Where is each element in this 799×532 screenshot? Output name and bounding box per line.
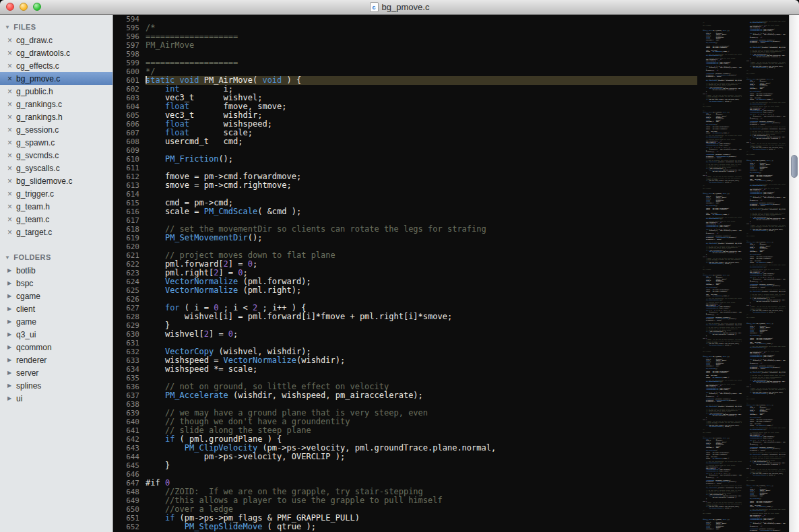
line-content — [146, 470, 697, 479]
code-line[interactable]: 616 scale = PM_CmdScale( &cmd ); — [113, 207, 697, 216]
sidebar-file-item[interactable]: ×g_rankings.c — [0, 98, 113, 110]
line-number: 619 — [113, 234, 146, 242]
sidebar-folder-item[interactable]: ▶ui — [0, 392, 113, 405]
line-number: 603 — [113, 94, 146, 102]
close-file-icon[interactable]: × — [7, 36, 16, 44]
code-line[interactable]: 597PM_AirMove — [113, 41, 697, 50]
code-line[interactable]: 646 — [113, 470, 697, 479]
titlebar[interactable]: c bg_pmove.c — [0, 0, 799, 15]
line-content: smove = pm->cmd.rightmove; — [703, 46, 728, 48]
sidebar-file-item[interactable]: ×g_target.c — [0, 226, 113, 238]
sidebar-file-item[interactable]: ×cg_effects.c — [0, 59, 113, 72]
close-file-icon[interactable]: × — [7, 215, 16, 224]
line-content: usercmd_t cmd; — [746, 332, 763, 333]
sidebar-file-item[interactable]: ×cg_draw.c — [0, 34, 113, 46]
sidebar-file-item[interactable]: ×g_public.h — [0, 85, 113, 98]
sidebar-folder-item[interactable]: ▶client — [0, 302, 113, 315]
sidebar-file-item[interactable]: ×g_session.c — [0, 123, 113, 136]
close-file-icon[interactable]: × — [7, 152, 16, 160]
line-number: 630 — [113, 330, 146, 339]
code-line[interactable]: 630 wishvel[2] = 0; — [113, 330, 697, 339]
folder-disclosure-icon[interactable]: ▶ — [7, 293, 16, 299]
code-line[interactable]: 652 PM_StepSlideMove ( qtrue ); — [113, 523, 697, 531]
sidebar-folder-item[interactable]: ▶renderer — [0, 354, 113, 366]
folder-disclosure-icon[interactable]: ▶ — [7, 306, 16, 312]
file-name: g_target.c — [16, 228, 52, 237]
line-content: wishspeed *= scale; — [703, 238, 722, 240]
sidebar-folder-item[interactable]: ▶bspc — [0, 277, 113, 290]
vertical-scrollbar[interactable] — [789, 15, 799, 532]
line-content: wishvel[i] = pml.forward[i]*fmove + pml.… — [746, 278, 786, 279]
sidebar-folder-item[interactable]: ▶server — [0, 366, 113, 379]
folders-section-header[interactable]: ▼ FOLDERS — [0, 251, 113, 264]
zoom-window-button[interactable] — [33, 3, 41, 11]
sidebar-file-item[interactable]: ×g_svcmds.c — [0, 149, 113, 162]
sidebar: ▼ FILES ×cg_draw.c×cg_drawtools.c×cg_eff… — [0, 15, 113, 532]
sidebar-file-item[interactable]: ×g_syscalls.c — [0, 162, 113, 174]
code-line[interactable]: 608 usercmd_t cmd; — [113, 137, 697, 146]
close-file-icon[interactable]: × — [7, 177, 16, 185]
code-line[interactable]: 644 pm->ps->velocity, OVERCLIP ); — [113, 453, 697, 461]
close-file-icon[interactable]: × — [7, 88, 16, 96]
sidebar-file-item[interactable]: ×cg_drawtools.c — [0, 46, 113, 59]
folder-disclosure-icon[interactable]: ▶ — [7, 357, 16, 363]
close-file-icon[interactable]: × — [7, 190, 16, 198]
code-line[interactable]: 613 smove = pm->cmd.rightmove; — [113, 181, 697, 190]
code-line[interactable]: 619 PM_SetMovementDir(); — [113, 234, 697, 242]
line-number: 627 — [113, 304, 146, 312]
folder-disclosure-icon[interactable]: ▶ — [7, 319, 16, 325]
close-file-icon[interactable]: × — [7, 228, 16, 236]
code-line[interactable]: 625 VectorNormalize (pml.right); — [113, 286, 697, 295]
line-content: PM_StepSlideMove ( qtrue ); — [703, 263, 732, 265]
folder-disclosure-icon[interactable]: ▶ — [7, 370, 16, 376]
minimap[interactable]: /*===================PM_AirMove=========… — [697, 15, 789, 532]
close-file-icon[interactable]: × — [7, 164, 16, 172]
close-file-icon[interactable]: × — [7, 100, 16, 108]
close-file-icon[interactable]: × — [7, 75, 16, 83]
close-file-icon[interactable]: × — [7, 139, 16, 147]
close-file-icon[interactable]: × — [7, 126, 16, 134]
sidebar-file-item[interactable]: ×g_rankings.h — [0, 110, 113, 123]
file-name: g_public.h — [16, 87, 53, 96]
code-line[interactable]: 634 wishspeed *= scale; — [113, 365, 697, 374]
sidebar-folder-item[interactable]: ▶game — [0, 315, 113, 328]
folder-disclosure-icon[interactable]: ▶ — [7, 395, 16, 401]
code-line[interactable]: 594 — [113, 15, 697, 24]
scrollbar-thumb[interactable] — [791, 155, 798, 178]
sidebar-file-item[interactable]: ×g_spawn.c — [0, 136, 113, 149]
code-area[interactable]: 594595/*596===================597PM_AirM… — [113, 15, 697, 532]
line-content: PM_StepSlideMove ( qtrue ); — [703, 426, 732, 427]
sidebar-folder-item[interactable]: ▶qcommon — [0, 341, 113, 354]
sidebar-folder-item[interactable]: ▶splines — [0, 379, 113, 392]
code-line[interactable]: 628 wishvel[i] = pml.forward[i]*fmove + … — [113, 312, 697, 321]
sidebar-file-item[interactable]: ×bg_slidemove.c — [0, 174, 113, 187]
close-file-icon[interactable]: × — [7, 203, 16, 211]
folder-disclosure-icon[interactable]: ▶ — [7, 280, 16, 286]
sidebar-folder-item[interactable]: ▶botlib — [0, 264, 113, 277]
sidebar-file-item[interactable]: ×g_team.c — [0, 213, 113, 226]
code-line[interactable]: 645 } — [113, 461, 697, 470]
sidebar-file-item[interactable]: ×g_trigger.c — [0, 187, 113, 200]
minimap-line: PM_Accelerate (wishdir, wishspeed, pm_ai… — [703, 324, 742, 325]
code-line[interactable]: 596=================== — [113, 32, 697, 41]
minimize-window-button[interactable] — [20, 3, 28, 11]
sidebar-file-item[interactable]: ×bg_pmove.c — [0, 72, 113, 85]
close-file-icon[interactable]: × — [7, 62, 16, 70]
folder-disclosure-icon[interactable]: ▶ — [7, 344, 16, 350]
sidebar-file-item[interactable]: ×g_team.h — [0, 200, 113, 213]
code-line[interactable]: 637 PM_Accelerate (wishdir, wishspeed, p… — [113, 391, 697, 400]
code-line[interactable]: 599=================== — [113, 59, 697, 67]
code-line[interactable]: 610 PM_Friction(); — [113, 155, 697, 164]
line-content: PM_Friction(); — [746, 90, 761, 92]
sidebar-folder-item[interactable]: ▶cgame — [0, 290, 113, 302]
folder-disclosure-icon[interactable]: ▶ — [7, 331, 16, 337]
close-file-icon[interactable]: × — [7, 49, 16, 57]
close-window-button[interactable] — [6, 3, 14, 11]
sidebar-folder-item[interactable]: ▶q3_ui — [0, 328, 113, 341]
files-section-header[interactable]: ▼ FILES — [0, 20, 113, 34]
close-file-icon[interactable]: × — [7, 113, 16, 121]
folder-disclosure-icon[interactable]: ▶ — [7, 267, 16, 273]
line-content: PM_SetMovementDir(); — [746, 22, 767, 23]
folder-disclosure-icon[interactable]: ▶ — [7, 383, 16, 389]
line-content: VectorNormalize (pml.right); — [703, 307, 730, 308]
